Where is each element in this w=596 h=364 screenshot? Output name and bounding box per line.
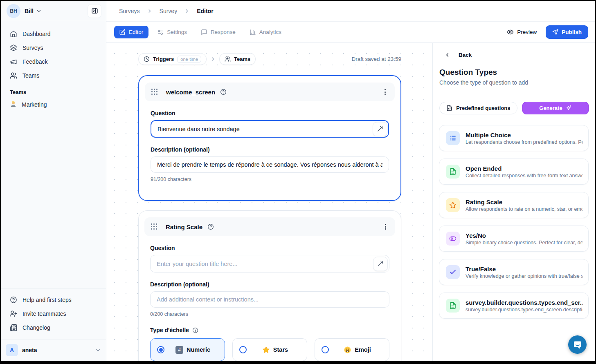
preview-button[interactable]: Preview: [507, 29, 537, 36]
chevron-down-icon[interactable]: [36, 8, 42, 14]
help-circle-icon[interactable]: [220, 89, 227, 95]
char-count: 0/200 characters: [150, 311, 389, 317]
help-circle-icon[interactable]: [207, 223, 214, 230]
scale-type-label: Type d'échelle: [150, 327, 189, 333]
question-types-panel: Back Question Types Choose the type of q…: [432, 43, 595, 361]
collapse-sidebar-button[interactable]: [88, 4, 101, 18]
numeric-keycap-icon: #: [175, 346, 183, 354]
sidebar-item-surveys[interactable]: Surveys: [5, 41, 102, 55]
predefined-questions-label: Predefined questions: [456, 105, 510, 111]
main-area: Surveys Survey Editor Editor Setting: [106, 1, 595, 361]
technologist-emoji: [10, 100, 17, 109]
question-card-welcome-screen[interactable]: welcome_screen Question: [138, 75, 401, 201]
message-square-icon: [201, 29, 207, 36]
description-input[interactable]: [151, 156, 389, 173]
scale-option-label: Stars: [273, 346, 288, 353]
scale-option-stars[interactable]: Stars: [232, 338, 307, 361]
canvas-top-row: Triggers one-time Teams Draft saved at 2…: [138, 53, 401, 65]
question-type-open-ended[interactable]: Open Ended Collect detailed responses wi…: [439, 159, 589, 185]
sidebar-team-marketing[interactable]: Marketing: [5, 98, 102, 112]
card-title: Rating Scale: [166, 223, 202, 230]
chevron-down-icon[interactable]: [95, 347, 101, 353]
scale-option-emoji[interactable]: Emoji: [315, 338, 389, 361]
smiley-emoji-icon: [344, 346, 351, 354]
triggers-chip[interactable]: Triggers one-time: [138, 53, 207, 65]
panel-title: Question Types: [433, 58, 595, 77]
question-type-true-false[interactable]: True/False Verify knowledge or gather op…: [439, 259, 589, 285]
sidebar-item-feedback[interactable]: Feedback: [5, 55, 102, 69]
question-label: Question: [151, 110, 389, 116]
kebab-menu-icon[interactable]: [382, 221, 389, 232]
sidebar-item-label: Surveys: [22, 45, 43, 51]
tab-analytics[interactable]: Analytics: [244, 26, 287, 39]
question-type-multiple-choice[interactable]: Multiple Choice Let respondents choose f…: [439, 125, 589, 151]
question-title-input[interactable]: [151, 120, 389, 138]
question-title-input[interactable]: [150, 255, 389, 272]
chat-bubble-icon: [573, 340, 583, 350]
sidebar-item-help[interactable]: Help and first steps: [5, 293, 102, 307]
back-label: Back: [459, 52, 472, 58]
workspace-switcher[interactable]: A aneta: [1, 339, 106, 361]
clock-icon: [144, 56, 150, 62]
drag-handle-icon[interactable]: [151, 223, 157, 230]
teams-chip-label: Teams: [234, 56, 250, 62]
sidebar-nav: Dashboard Surveys Feedback Teams: [1, 21, 106, 83]
team-item-label: Marketing: [22, 101, 47, 108]
tab-editor[interactable]: Editor: [114, 26, 148, 38]
kebab-menu-icon[interactable]: [382, 87, 388, 97]
generate-button[interactable]: Generate: [522, 102, 589, 114]
workspace-avatar: A: [6, 344, 18, 356]
card-header: Rating Scale: [144, 217, 395, 236]
chevron-right-icon: [184, 8, 190, 14]
sidebar-item-changelog[interactable]: Changelog: [5, 321, 102, 335]
star-emoji-icon: [262, 346, 270, 354]
teams-chip[interactable]: Teams: [219, 53, 256, 65]
question-type-yes-no[interactable]: Yes/No Simple binary choice questions. P…: [439, 226, 589, 252]
chat-launcher-button[interactable]: [568, 335, 587, 354]
file-text-icon: [446, 165, 460, 179]
type-title: Multiple Choice: [466, 132, 583, 138]
breadcrumb-survey[interactable]: Survey: [160, 8, 178, 14]
type-description: survey.builder.questions.types.end_scree…: [466, 307, 583, 313]
description-input[interactable]: [150, 291, 389, 308]
publish-button[interactable]: Publish: [546, 25, 588, 39]
tab-label: Response: [211, 29, 236, 35]
user-avatar[interactable]: BH: [7, 4, 20, 18]
question-card-rating-scale[interactable]: Rating Scale Question: [138, 210, 401, 361]
sidebar-item-invite[interactable]: Invite teammates: [5, 307, 102, 321]
users-icon: [225, 56, 231, 62]
description-label: Description (optional): [151, 146, 389, 153]
magic-wand-icon[interactable]: [373, 257, 388, 271]
sidebar-item-label: Help and first steps: [22, 297, 72, 303]
breadcrumb-surveys[interactable]: Surveys: [119, 8, 140, 14]
sidebar: BH Bill Dashboard Surveys: [1, 1, 106, 361]
back-button[interactable]: Back: [433, 43, 595, 58]
tab-label: Settings: [167, 29, 187, 35]
tab-response[interactable]: Response: [196, 26, 241, 39]
magic-wand-icon[interactable]: [373, 122, 387, 136]
scale-option-label: Numeric: [187, 346, 210, 353]
users-icon: [10, 72, 17, 79]
trigger-type-badge: one-time: [177, 56, 201, 63]
sidebar-item-dashboard[interactable]: Dashboard: [5, 27, 102, 41]
newspaper-icon: [10, 324, 17, 331]
toggle-icon: [446, 232, 460, 246]
question-type-rating-scale[interactable]: Rating Scale Allow respondents to rate o…: [439, 192, 589, 218]
drag-handle-icon[interactable]: [151, 89, 158, 95]
user-name[interactable]: Bill: [25, 8, 34, 14]
sidebar-item-label: Invite teammates: [22, 310, 66, 317]
info-icon[interactable]: [192, 327, 198, 333]
radio-unchecked-icon: [239, 346, 247, 353]
star-icon: [446, 198, 460, 212]
megaphone-icon: [10, 58, 17, 65]
breadcrumb-editor: Editor: [197, 8, 213, 14]
type-title: Open Ended: [466, 165, 583, 172]
sidebar-item-teams[interactable]: Teams: [5, 69, 102, 83]
chevron-right-icon: [210, 56, 216, 62]
type-description: Simple binary choice questions. Perfect …: [466, 240, 583, 246]
question-label: Question: [150, 245, 389, 251]
predefined-questions-button[interactable]: Predefined questions: [439, 102, 517, 114]
scale-option-numeric[interactable]: # Numeric: [150, 338, 225, 361]
tab-settings[interactable]: Settings: [152, 26, 192, 39]
question-type-end-screen[interactable]: survey.builder.questions.types.end_scr..…: [439, 293, 589, 319]
